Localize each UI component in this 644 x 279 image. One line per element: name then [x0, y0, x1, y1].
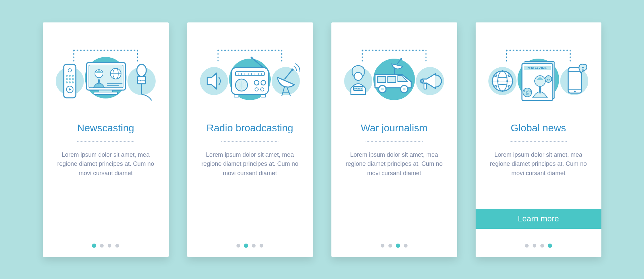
svg-text:NEWS: NEWS — [138, 79, 146, 82]
svg-point-105 — [496, 86, 497, 87]
svg-point-74 — [354, 72, 362, 80]
divider — [77, 141, 134, 142]
svg-rect-21 — [94, 92, 117, 94]
divider — [221, 141, 278, 142]
pager-dot[interactable] — [525, 244, 529, 248]
svg-rect-88 — [424, 84, 427, 89]
news-van-icon — [373, 58, 415, 100]
pager-dot[interactable] — [92, 243, 96, 248]
pager-dot[interactable] — [388, 244, 392, 248]
svg-text:10: 10 — [526, 93, 529, 95]
svg-point-101 — [497, 80, 499, 82]
svg-point-42 — [251, 57, 253, 59]
pager-dot[interactable] — [396, 243, 400, 248]
svg-text:$$: $$ — [547, 78, 550, 81]
onboarding-stage: NEWS Newscasting Lorem ipsum dolor sit a… — [43, 22, 601, 257]
svg-point-66 — [291, 68, 294, 71]
illustration: NEWS — [55, 39, 157, 113]
tv-anchor-icon — [85, 57, 126, 98]
svg-rect-82 — [388, 76, 396, 82]
card-body: Lorem ipsum dolor sit amet, mea regione … — [343, 150, 445, 179]
divider — [366, 141, 423, 142]
pager-dot[interactable] — [244, 243, 248, 248]
pager-dot[interactable] — [236, 244, 240, 248]
svg-point-115 — [523, 88, 532, 97]
svg-point-14 — [72, 81, 74, 83]
card-body: Lorem ipsum dolor sit amet, mea regione … — [55, 150, 157, 179]
remote-icon — [56, 64, 84, 98]
pager-dot[interactable] — [108, 244, 111, 248]
pager — [43, 244, 169, 248]
svg-point-9 — [66, 78, 68, 80]
pager-dot[interactable] — [533, 244, 536, 248]
svg-point-97 — [502, 70, 503, 72]
pager-dot[interactable] — [100, 244, 104, 248]
svg-point-11 — [72, 78, 74, 80]
pager-dot[interactable] — [252, 244, 256, 248]
learn-more-button[interactable]: Learn more — [476, 209, 601, 229]
svg-point-112 — [535, 76, 545, 86]
illustration: MAGAZINE $$ Top 10 10 — [488, 39, 589, 113]
svg-text:MAGAZINE: MAGAZINE — [528, 66, 547, 70]
svg-point-84 — [381, 88, 384, 90]
svg-point-98 — [502, 90, 503, 92]
card-title: Radio broadcasting — [207, 122, 293, 134]
onboarding-card-radio: Radio broadcasting Lorem ipsum dolor sit… — [187, 22, 313, 257]
svg-point-79 — [400, 58, 402, 60]
svg-rect-63 — [261, 94, 266, 97]
svg-text:Top 10: Top 10 — [524, 90, 531, 93]
svg-point-99 — [492, 80, 493, 82]
pager-dot[interactable] — [260, 244, 263, 248]
svg-point-6 — [66, 75, 68, 77]
news-mic-icon: NEWS — [127, 64, 156, 100]
card-body: Lorem ipsum dolor sit amet, mea regione … — [488, 150, 589, 179]
card-body: Lorem ipsum dolor sit amet, mea regione … — [199, 150, 301, 179]
svg-point-86 — [403, 88, 406, 90]
svg-point-106 — [508, 86, 509, 87]
card-title: War journalism — [361, 122, 428, 134]
illustration — [199, 39, 301, 113]
globe-icon — [488, 67, 517, 95]
magazine-icon: MAGAZINE $$ Top 10 10 — [518, 59, 559, 100]
svg-rect-124 — [583, 69, 584, 72]
svg-point-123 — [582, 67, 584, 68]
svg-point-100 — [512, 80, 514, 82]
onboarding-card-global: MAGAZINE $$ Top 10 10 — [476, 22, 601, 257]
pager-dot[interactable] — [381, 244, 384, 248]
onboarding-card-newscasting: NEWS Newscasting Lorem ipsum dolor sit a… — [43, 22, 169, 257]
pager — [476, 244, 601, 248]
svg-rect-62 — [234, 94, 239, 97]
speaker-icon — [200, 67, 228, 95]
svg-point-7 — [69, 75, 71, 77]
press-reporter-icon: PRESS — [344, 66, 372, 95]
svg-point-10 — [69, 78, 71, 80]
illustration: PRESS — [343, 39, 445, 113]
card-title: Global news — [511, 122, 566, 134]
card-title: Newscasting — [77, 122, 134, 134]
phone-info-icon — [560, 64, 588, 95]
svg-point-12 — [66, 81, 68, 83]
divider — [510, 141, 567, 142]
megaphone-icon — [416, 67, 444, 95]
pager — [331, 244, 457, 248]
svg-point-104 — [508, 74, 509, 76]
pager-dot[interactable] — [548, 243, 552, 248]
svg-point-13 — [69, 81, 71, 83]
pager-dot[interactable] — [540, 244, 544, 248]
svg-point-8 — [72, 75, 74, 77]
pager-dot[interactable] — [404, 244, 408, 248]
svg-rect-81 — [378, 76, 386, 82]
svg-point-103 — [496, 74, 497, 76]
svg-point-122 — [574, 90, 576, 92]
svg-point-29 — [137, 64, 146, 76]
svg-point-102 — [506, 80, 508, 82]
satellite-dish-icon — [272, 64, 300, 96]
onboarding-card-war: PRESS — [331, 22, 457, 257]
pager — [187, 244, 313, 248]
radio-icon — [229, 57, 271, 100]
pager-dot[interactable] — [115, 244, 119, 248]
svg-text:PRESS: PRESS — [354, 87, 362, 90]
